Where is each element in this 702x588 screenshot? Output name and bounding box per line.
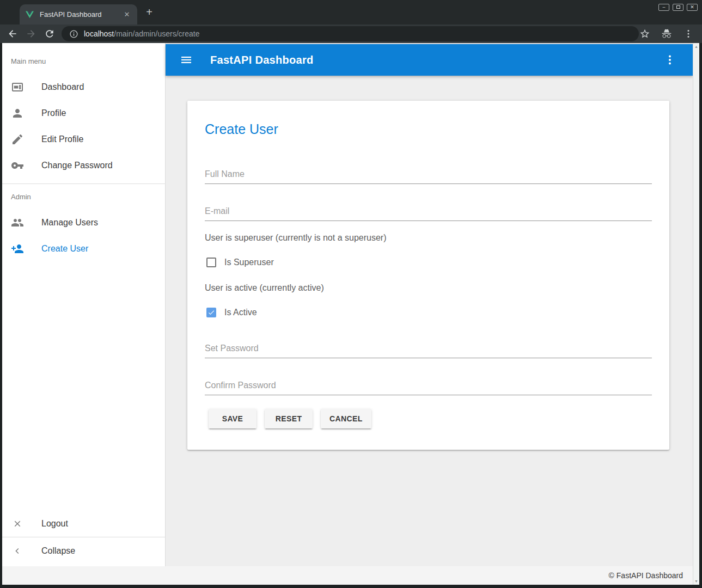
browser-menu-kebab-icon[interactable]: [682, 28, 694, 40]
browser-titlebar: FastAPI Dashboard ✕ + – ✕: [0, 0, 702, 24]
scrollbar-up-icon[interactable]: ▲: [693, 45, 699, 48]
info-icon[interactable]: [69, 29, 78, 39]
page-content: Main menu Dashboard Profile Edit Profile…: [2, 43, 699, 585]
chevron-left-icon: [11, 544, 24, 558]
toolbar-right-icons: [639, 26, 694, 41]
reload-icon[interactable]: [44, 28, 56, 40]
sidebar-item-edit-profile[interactable]: Edit Profile: [2, 126, 165, 152]
sidebar-item-profile[interactable]: Profile: [2, 100, 165, 126]
create-user-card: Create User User is superuser (currently…: [187, 101, 669, 450]
pencil-icon: [11, 133, 24, 146]
sidebar-item-label: Collapse: [41, 546, 75, 556]
url-bar[interactable]: localhost/main/admin/users/create: [62, 26, 639, 41]
maximize-button[interactable]: [673, 4, 683, 11]
url-host: localhost: [84, 29, 114, 38]
sidebar-item-collapse[interactable]: Collapse: [2, 538, 165, 564]
hamburger-icon[interactable]: [180, 53, 193, 66]
vue-logo: [25, 10, 34, 19]
app-bar-kebab-icon[interactable]: [663, 53, 676, 66]
cancel-button[interactable]: CANCEL: [321, 409, 371, 428]
reset-button[interactable]: RESET: [265, 409, 313, 428]
sidebar-item-manage-users[interactable]: Manage Users: [2, 210, 165, 236]
sidebar-item-label: Profile: [41, 108, 66, 118]
sidebar-item-logout[interactable]: Logout: [2, 511, 165, 537]
sidebar-divider: [2, 183, 165, 184]
is-active-label: Is Active: [224, 308, 257, 317]
scrollbar-down-icon[interactable]: ▼: [693, 579, 699, 583]
browser-toolbar: localhost/main/admin/users/create: [0, 24, 702, 43]
dashboard-icon: [11, 81, 24, 94]
person-add-icon: [11, 242, 24, 255]
url-path: /main/admin/users/create: [114, 29, 199, 38]
back-icon[interactable]: [7, 28, 19, 40]
sidebar-item-label: Edit Profile: [41, 134, 83, 144]
new-tab-button[interactable]: +: [143, 5, 156, 19]
close-window-button[interactable]: ✕: [687, 4, 698, 11]
email-input[interactable]: [205, 201, 652, 221]
sidebar-item-label: Change Password: [41, 161, 113, 170]
full-name-input[interactable]: [205, 164, 652, 184]
sidebar-item-label: Logout: [41, 519, 68, 529]
sidebar-section-admin: Admin: [11, 193, 31, 201]
window-controls: – ✕: [658, 4, 698, 11]
sidebar-item-create-user[interactable]: Create User: [2, 236, 165, 262]
is-superuser-label: Is Superuser: [224, 258, 274, 267]
minimize-button[interactable]: –: [658, 4, 669, 11]
close-icon: [11, 517, 24, 530]
sidebar-item-label: Manage Users: [41, 218, 98, 228]
app-bar-title: FastAPI Dashboard: [210, 54, 314, 66]
tab-title: FastAPI Dashboard: [40, 10, 122, 19]
is-active-checkbox[interactable]: [206, 308, 216, 317]
is-superuser-checkbox[interactable]: [206, 258, 216, 267]
tab-close-icon[interactable]: ✕: [122, 10, 132, 19]
browser-tab[interactable]: FastAPI Dashboard ✕: [20, 4, 137, 24]
superuser-status-note: User is superuser (currently is not a su…: [205, 233, 386, 243]
sidebar-section-main-menu: Main menu: [11, 57, 46, 65]
page-title: Create User: [205, 121, 278, 137]
active-status-note: User is active (currently active): [205, 283, 324, 293]
incognito-icon: [661, 28, 673, 40]
page-footer: © FastAPI Dashboard: [2, 566, 693, 585]
sidebar: Main menu Dashboard Profile Edit Profile…: [2, 43, 166, 566]
is-active-checkbox-row[interactable]: Is Active: [206, 307, 257, 318]
set-password-input[interactable]: [205, 339, 652, 358]
is-superuser-checkbox-row[interactable]: Is Superuser: [206, 257, 274, 268]
key-icon: [11, 159, 24, 172]
form-actions: SAVE RESET CANCEL: [209, 409, 371, 428]
star-icon[interactable]: [639, 28, 651, 40]
copyright-text: © FastAPI Dashboard: [609, 571, 683, 580]
sidebar-item-dashboard[interactable]: Dashboard: [2, 74, 165, 100]
app-bar: FastAPI Dashboard: [166, 44, 693, 76]
page-scrollbar[interactable]: ▲ ▼: [693, 43, 699, 585]
confirm-password-input[interactable]: [205, 376, 652, 395]
sidebar-item-change-password[interactable]: Change Password: [2, 152, 165, 179]
sidebar-item-label: Create User: [41, 244, 88, 254]
save-button[interactable]: SAVE: [209, 409, 257, 428]
person-icon: [11, 107, 24, 120]
sidebar-item-label: Dashboard: [41, 82, 84, 92]
forward-icon[interactable]: [25, 28, 37, 40]
people-icon: [11, 216, 24, 229]
sidebar-divider: [2, 537, 165, 537]
